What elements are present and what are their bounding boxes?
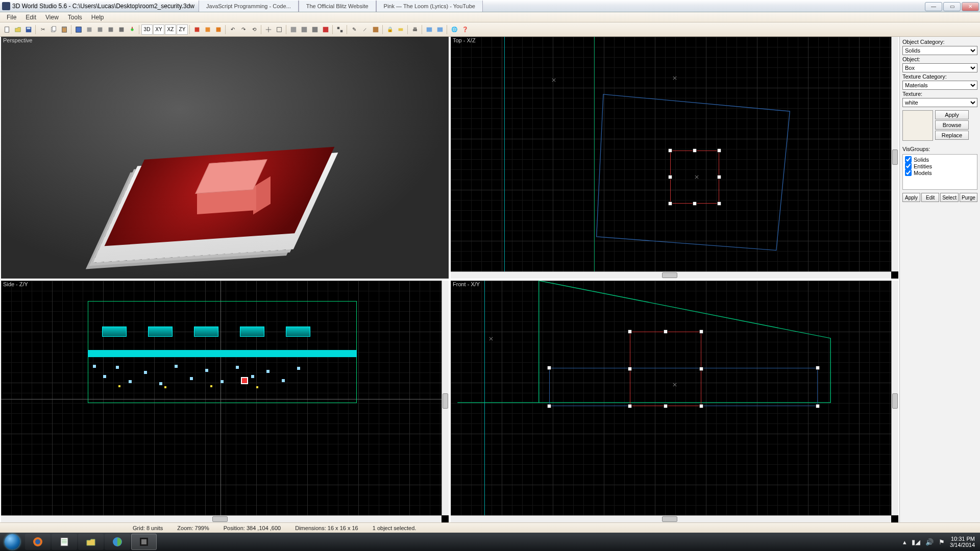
aero-tab[interactable]: The Official Blitz Website	[299, 1, 376, 12]
pencil-icon[interactable]: ✎	[349, 24, 359, 35]
texture-select[interactable]: white	[902, 98, 977, 107]
menu-edit[interactable]: Edit	[21, 13, 41, 22]
vg-select-button[interactable]: Select	[940, 193, 959, 202]
open-icon[interactable]	[13, 24, 23, 35]
viewport-top[interactable]: Top - X/Z	[451, 37, 898, 279]
texture-label: Texture:	[902, 91, 977, 97]
brush2-icon[interactable]	[95, 24, 105, 35]
tray-network-icon[interactable]: ▮◢	[912, 538, 920, 546]
browse-texture-button[interactable]: Browse	[935, 120, 969, 130]
svg-rect-20	[312, 27, 318, 32]
object-select[interactable]: Box	[902, 63, 977, 72]
view-zy-button[interactable]: ZY	[177, 24, 188, 35]
vg-edit-button[interactable]: Edit	[921, 193, 939, 202]
maximize-button[interactable]: ▭	[943, 2, 961, 11]
svg-rect-0	[5, 27, 9, 32]
brush4-icon[interactable]	[116, 24, 127, 35]
object-category-select[interactable]: Solids	[902, 46, 977, 55]
visgroup-solids[interactable]: Solids	[905, 156, 975, 163]
scrollbar-vertical[interactable]	[891, 281, 898, 515]
csg3-icon[interactable]	[310, 24, 320, 35]
eyedrop-icon[interactable]: ⟋	[360, 24, 370, 35]
taskbar: ▴ ▮◢ 🔊 ⚑ 10:31 PM 3/14/2014	[0, 533, 980, 551]
taskbar-notepad-icon[interactable]	[52, 534, 77, 550]
close-button[interactable]: ✕	[962, 2, 979, 11]
tray-volume-icon[interactable]: 🔊	[925, 538, 934, 546]
menu-help[interactable]: Help	[87, 13, 109, 22]
select-tool-icon[interactable]	[74, 24, 84, 35]
align-icon[interactable]	[263, 24, 274, 35]
viewport-label: Front - X/Y	[451, 281, 482, 288]
viewport-label: Perspective	[1, 37, 34, 44]
svg-rect-13	[132, 27, 133, 29]
vg-purge-button[interactable]: Purge	[960, 193, 977, 202]
csg2-icon[interactable]	[299, 24, 309, 35]
viewport-side[interactable]: Side - Z/Y	[1, 281, 449, 522]
menu-file[interactable]: File	[2, 13, 21, 22]
texture-category-label: Texture Category:	[902, 73, 977, 80]
options1-icon[interactable]	[424, 24, 434, 35]
taskbar-app2-icon[interactable]	[105, 534, 130, 550]
save-icon[interactable]	[23, 24, 34, 35]
viewport-perspective[interactable]: Perspective	[1, 37, 449, 279]
group-icon[interactable]	[335, 24, 345, 35]
entity-tool-icon[interactable]	[127, 24, 137, 35]
minimize-button[interactable]: —	[925, 2, 942, 11]
tray-show-hidden-icon[interactable]: ▴	[903, 538, 906, 546]
aero-tab[interactable]: JavaScript Programming - Code...	[199, 1, 299, 12]
apply-texture-button[interactable]: Apply	[935, 110, 969, 119]
scrollbar-vertical[interactable]	[891, 37, 898, 271]
scrollbar-horizontal[interactable]	[1, 515, 442, 522]
replace-texture-button[interactable]: Replace	[935, 131, 969, 140]
vg-apply-button[interactable]: Apply	[902, 193, 920, 202]
svg-point-31	[35, 539, 40, 544]
brush-tool-icon[interactable]	[84, 24, 94, 35]
view-xz-button[interactable]: XZ	[165, 24, 176, 35]
brush3-icon[interactable]	[106, 24, 116, 35]
aero-tab[interactable]: Pink — The Loom (Lyrics) - YouTube	[376, 1, 483, 12]
scrollbar-horizontal[interactable]	[451, 271, 891, 279]
copy-icon[interactable]	[48, 24, 59, 35]
tray-action-icon[interactable]: ⚑	[939, 538, 945, 546]
lock-icon[interactable]: 🔒	[385, 24, 395, 35]
orange-cube-icon[interactable]	[203, 24, 213, 35]
texture-category-select[interactable]: Materials	[902, 81, 977, 90]
orange2-cube-icon[interactable]	[213, 24, 224, 35]
csg4-icon[interactable]	[321, 24, 331, 35]
paste-icon[interactable]	[59, 24, 69, 35]
snap-icon[interactable]	[274, 24, 284, 35]
texture-icon[interactable]	[371, 24, 381, 35]
view-xy-button[interactable]: XY	[153, 24, 164, 35]
red-cube-icon[interactable]	[192, 24, 202, 35]
menu-view[interactable]: View	[41, 13, 63, 22]
undo-icon[interactable]: ↶	[228, 24, 238, 35]
taskbar-3dws-icon[interactable]	[131, 534, 157, 550]
viewport-front[interactable]: Front - X/Y	[451, 281, 898, 522]
help-globe-icon[interactable]: 🌐	[449, 24, 459, 35]
cut-icon[interactable]: ✂	[38, 24, 48, 35]
taskbar-firefox-icon[interactable]	[25, 534, 51, 550]
scrollbar-horizontal[interactable]	[451, 515, 891, 522]
texture-preview	[902, 110, 933, 141]
status-selection: 1 object selected.	[373, 525, 416, 531]
visgroup-entities[interactable]: Entities	[905, 163, 975, 169]
context-help-icon[interactable]: ❓	[460, 24, 470, 35]
new-icon[interactable]	[2, 24, 12, 35]
visgroups-label: VisGroups:	[902, 146, 977, 152]
hide-icon[interactable]	[396, 24, 406, 35]
rotate-icon[interactable]: ⟲	[249, 24, 259, 35]
taskbar-explorer-icon[interactable]	[78, 534, 104, 550]
print-icon[interactable]: 🖶	[410, 24, 420, 35]
view-3d-button[interactable]: 3D	[141, 24, 153, 35]
scrollbar-vertical[interactable]	[442, 281, 449, 515]
visgroup-models[interactable]: Models	[905, 169, 975, 176]
options2-icon[interactable]	[435, 24, 445, 35]
csg1-icon[interactable]	[288, 24, 299, 35]
tray-clock[interactable]: 10:31 PM 3/14/2014	[950, 536, 975, 548]
svg-rect-7	[76, 27, 82, 32]
viewport-label: Top - X/Z	[451, 37, 478, 44]
redo-icon[interactable]: ↷	[238, 24, 249, 35]
start-button[interactable]	[0, 533, 24, 551]
svg-rect-21	[323, 27, 329, 32]
menu-tools[interactable]: Tools	[63, 13, 87, 22]
